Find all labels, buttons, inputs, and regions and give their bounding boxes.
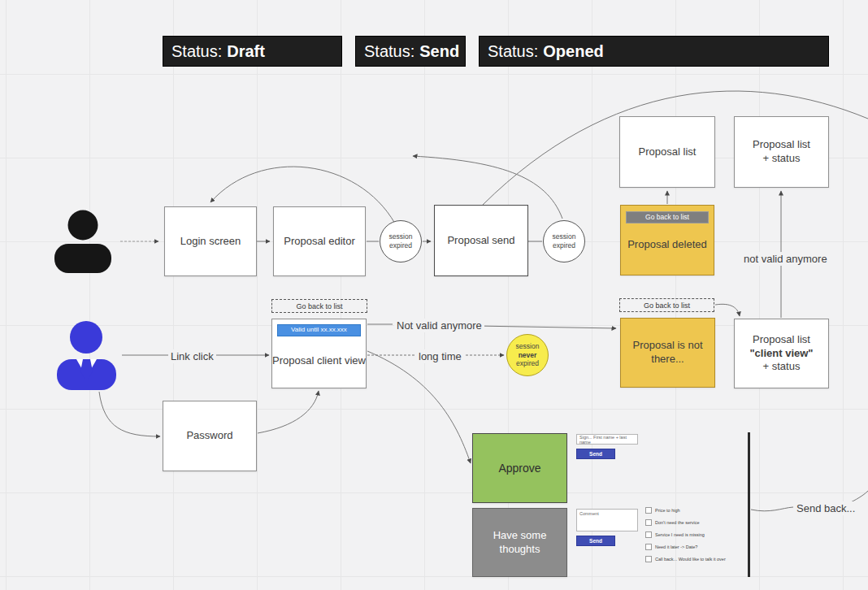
circle-label: never [519,351,537,360]
circle-session-expired-1[interactable]: session expired [380,220,422,262]
label-not-valid-anymore-2[interactable]: not valid anymore [741,252,830,266]
connector-layer [0,0,868,590]
checkbox[interactable] [645,531,652,538]
go-back-dashed-left[interactable]: Go back to list [271,299,367,313]
checkbox-label: Need it later -> Date? [655,544,697,549]
checkbox-label: Call back... Would like to talk it over [655,557,726,562]
divider-line [748,432,750,577]
node-password[interactable]: Password [163,401,257,471]
status-bar-draft[interactable]: Status: Draft [163,36,342,67]
button-label: Go back to list [296,302,342,310]
node-proposal-list[interactable]: Proposal list [619,116,715,188]
label-not-valid-anymore[interactable]: Not valid anymore [394,319,484,332]
node-label: Have some [493,529,547,543]
status-value: Opened [543,42,603,61]
node-label: thoughts [500,543,540,557]
node-proposal-list-client-view[interactable]: Proposal list "client view" + status [734,319,829,388]
checkbox-label: Service I need is missing [655,532,705,537]
checkbox-option: Need it later -> Date? [645,544,697,550]
checkbox-label: Don't need the service [655,520,700,525]
status-prefix: Status: [171,42,222,61]
node-proposal-list-status[interactable]: Proposal list + status [734,116,829,188]
node-label: Proposal send [447,234,514,248]
person-icon[interactable] [52,210,114,276]
button-label: Send [589,451,602,457]
node-label: + status [763,152,801,166]
circle-label: expired [516,359,539,368]
node-login-screen[interactable]: Login screen [164,206,257,276]
node-label: Proposal list [639,145,697,159]
circle-session-never-expired[interactable]: session never expired [506,334,549,376]
node-label: Proposal is not [633,339,703,353]
checkbox-option: Call back... Would like to talk it over [645,556,726,562]
status-bar-opened[interactable]: Status: Opened [479,36,829,67]
status-value: Draft [227,42,265,61]
node-label: Login screen [180,235,241,249]
node-proposal-deleted[interactable]: Go back to list Proposal deleted [620,205,714,275]
bar-label: Valid until xx.xx.xxx [291,326,347,334]
circle-label: expired [553,241,575,250]
checkbox[interactable] [645,519,652,526]
button-label: Go back to list [644,302,690,310]
status-prefix: Status: [488,42,538,61]
input-placeholder: Sign... First name + last name [579,435,637,445]
node-label: Proposal list [753,138,810,152]
circle-session-expired-2[interactable]: session expired [543,220,585,262]
node-label: Proposal client view [272,354,366,368]
node-label: "client view" [749,347,813,361]
node-have-thoughts[interactable]: Have some thoughts [472,508,567,577]
node-proposal-not-there[interactable]: Proposal is not there... [620,318,715,388]
node-label: Password [186,429,232,443]
node-label: there... [651,353,684,367]
checkbox[interactable] [645,507,652,514]
valid-until-bar[interactable]: Valid until xx.xx.xxx [277,324,361,336]
checkbox-option: Don't need the service [645,519,700,526]
label-link-click[interactable]: Link click [168,349,216,363]
label-send-back[interactable]: Send back... [794,501,857,515]
circle-label: expired [389,241,412,250]
business-person-icon[interactable] [55,320,118,393]
connector-person2-password [99,392,160,436]
go-back-to-list-button[interactable]: Go back to list [626,211,709,223]
checkbox-label: Price to high [655,508,680,513]
approve-send-button[interactable]: Send [576,449,615,459]
label-long-time[interactable]: long time [416,349,464,363]
node-proposal-send[interactable]: Proposal send [434,205,528,276]
circle-label: session [553,232,576,241]
input-placeholder: Comment [579,511,599,516]
connector-goback-clientlist [715,304,740,316]
node-label: Proposal list [753,333,810,347]
status-bar-send[interactable]: Status: Send [355,36,466,67]
checkbox[interactable] [645,544,652,550]
node-approve[interactable]: Approve [472,433,567,503]
connector-sendback-label-left [751,507,793,511]
sign-name-input[interactable]: Sign... First name + last name [576,434,638,445]
node-proposal-editor[interactable]: Proposal editor [273,206,366,276]
button-label: Go back to list [645,213,689,222]
button-label: Send [589,538,602,544]
node-label: Proposal editor [284,235,354,249]
feedback-send-button[interactable]: Send [576,536,615,546]
node-label: Approve [498,461,540,475]
checkbox[interactable] [645,556,652,562]
status-value: Send [419,42,459,61]
whiteboard-canvas[interactable]: Status: Draft Status: Send Status: Opene… [0,0,868,590]
connector-clientview-approve [367,351,471,463]
comment-textarea[interactable]: Comment [576,509,638,531]
connector-password-clientview [258,391,319,433]
status-prefix: Status: [364,42,414,61]
node-label: Proposal deleted [627,238,707,252]
circle-label: session [516,342,540,351]
node-label: + status [763,360,801,374]
checkbox-option: Service I need is missing [645,531,705,538]
circle-label: session [389,232,413,241]
checkbox-option: Price to high [645,507,680,514]
node-proposal-client-view[interactable]: Valid until xx.xx.xxx Proposal client vi… [271,319,367,388]
go-back-dashed-right[interactable]: Go back to list [619,298,714,312]
